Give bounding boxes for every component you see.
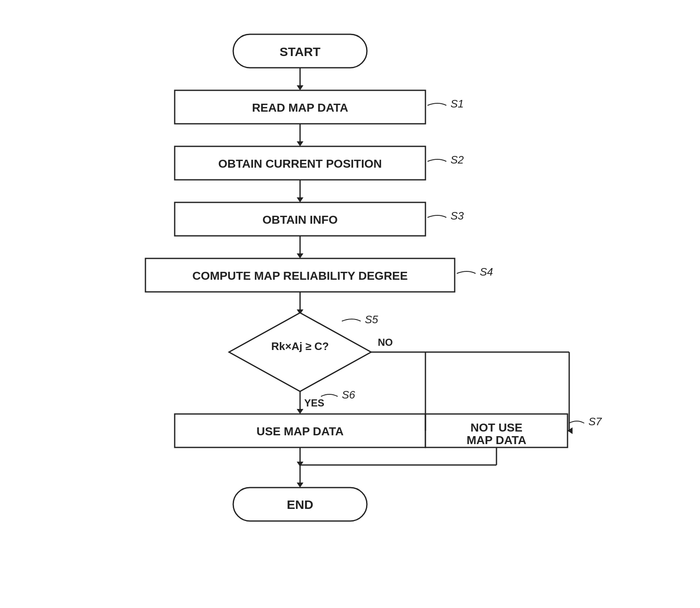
s5-label: Rk×Aj ≥ C?: [271, 340, 329, 353]
start-label: START: [280, 45, 321, 59]
svg-marker-31: [297, 483, 303, 488]
s3-label: OBTAIN INFO: [262, 213, 338, 226]
svg-rect-9: [175, 202, 425, 236]
svg-marker-2: [297, 85, 303, 90]
svg-marker-11: [297, 253, 303, 258]
s2-step: S2: [451, 153, 464, 166]
svg-marker-17: [297, 409, 303, 414]
svg-marker-14: [297, 309, 303, 314]
svg-rect-18: [175, 414, 425, 447]
svg-rect-20: [425, 414, 568, 447]
svg-rect-6: [175, 146, 425, 180]
s1-label: READ MAP DATA: [252, 101, 348, 114]
s6-step: S6: [342, 388, 355, 401]
flowchart-svg: START READ MAP DATA S1 OBTAIN CURRENT PO…: [120, 22, 580, 586]
end-label: END: [287, 498, 313, 511]
s6-label: USE MAP DATA: [256, 425, 343, 438]
s4-step: S4: [480, 266, 493, 278]
s7-step: S7: [588, 415, 602, 428]
svg-rect-32: [233, 488, 367, 521]
svg-marker-5: [297, 141, 303, 146]
no-label: NO: [378, 337, 393, 348]
s7-line2: MAP DATA: [466, 434, 526, 447]
s5-step: S5: [365, 313, 378, 326]
svg-marker-8: [297, 197, 303, 202]
svg-rect-0: [233, 34, 367, 68]
svg-rect-12: [145, 258, 455, 292]
s3-step: S3: [451, 209, 464, 222]
s4-label: COMPUTE MAP RELIABILITY DEGREE: [192, 269, 407, 282]
s1-step: S1: [451, 97, 464, 110]
s7-line1: NOT USE: [470, 421, 522, 434]
svg-marker-15: [229, 313, 371, 391]
svg-rect-3: [175, 90, 425, 124]
svg-marker-33: [297, 462, 303, 467]
svg-marker-26: [568, 427, 573, 434]
s2-label: OBTAIN CURRENT POSITION: [218, 157, 382, 170]
yes-label: YES: [304, 397, 324, 409]
flowchart: START READ MAP DATA S1 OBTAIN CURRENT PO…: [120, 22, 580, 586]
